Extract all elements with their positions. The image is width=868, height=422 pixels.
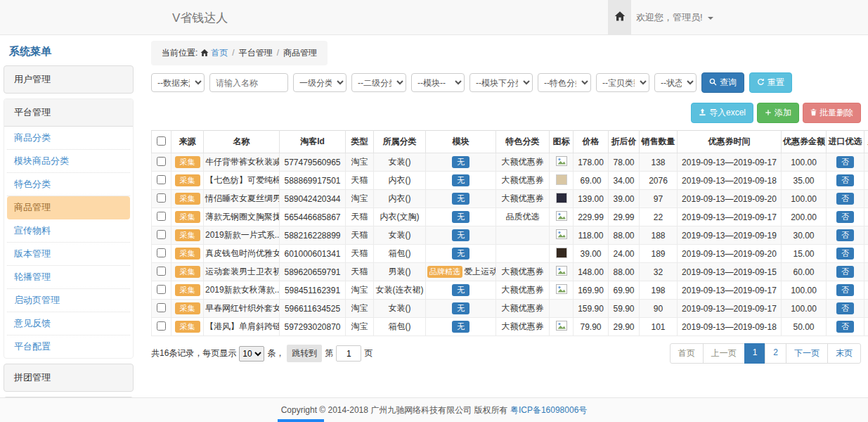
sidebar-item-轮播管理[interactable]: 轮播管理 [7,266,130,289]
icon-cell [550,281,574,300]
import-select-toggle[interactable]: 否 [836,193,854,205]
sidebar-group-2[interactable]: 拼团管理 [4,364,134,392]
page-button-下一页[interactable]: 下一页 [786,343,828,364]
row-checkbox[interactable] [157,230,166,239]
reset-button[interactable]: 重置 [749,72,792,93]
sidebar-group-0[interactable]: 用户管理 [4,65,134,94]
layout: 系统菜单 用户管理平台管理商品分类模块商品分类特色分类商品管理宣传物料版本管理轮… [0,35,868,422]
filter-module-select[interactable]: --模块-- [411,73,465,92]
row-checkbox-cell [152,172,171,190]
per-page-suffix: 条， [267,347,284,359]
module-none-badge: 无 [452,321,469,333]
feature-cell: 大额优惠券 [496,190,550,208]
breadcrumb-home-link[interactable]: 首页 [211,48,228,58]
sidebar-item-意见反馈[interactable]: 意见反馈 [7,312,130,335]
must-buy-cell: 否 [864,190,868,208]
import-select-toggle[interactable]: 否 [836,302,854,314]
page-button-末页[interactable]: 末页 [827,343,861,364]
price-cell: 178.00 [574,153,609,172]
row-checkbox[interactable] [157,267,166,276]
name-search-input[interactable] [209,73,288,92]
import-select-cell: 否 [827,281,864,300]
sidebar-group-1[interactable]: 平台管理 [4,99,133,127]
row-checkbox[interactable] [157,285,166,294]
user-dropdown[interactable]: 欢迎您，管理员! [636,11,713,24]
import-select-toggle[interactable]: 否 [836,266,854,278]
row-checkbox-cell [152,245,171,263]
coupon-time-cell: 2019-09-13—2019-09-17 [678,300,782,318]
taoke-id-cell: 565446685867 [280,208,346,226]
import-select-toggle[interactable]: 否 [836,174,854,186]
sidebar-item-模块商品分类[interactable]: 模块商品分类 [7,150,130,173]
sidebar-item-平台配置[interactable]: 平台配置 [7,335,130,358]
filter-status-select[interactable]: --状态-- [654,73,697,92]
filter-item-type-select[interactable]: --宝贝类型-- [596,73,649,92]
sidebar-item-启动页管理[interactable]: 启动页管理 [7,289,130,312]
sidebar-groups: 用户管理平台管理商品分类模块商品分类特色分类商品管理宣传物料版本管理轮播管理启动… [4,65,134,422]
module-none-badge: 无 [452,174,469,186]
icp-link[interactable]: 粤ICP备16098006号 [510,404,587,416]
per-page-select[interactable]: 10 [239,346,264,362]
coupon-amount-cell: 100.00 [782,190,827,208]
category-cell: 内衣() [374,172,426,190]
filter-level2-category-select[interactable]: --二级分类-- [351,73,406,92]
row-checkbox-cell [152,190,171,208]
source-badge: 采集 [175,174,200,186]
filter-level1-category-select[interactable]: 一级分类 [293,73,346,92]
reset-button-label: 重置 [767,77,784,89]
row-checkbox[interactable] [157,303,166,312]
add-button[interactable]: 添加 [757,103,799,123]
sidebar-item-版本管理[interactable]: 版本管理 [7,243,130,266]
import-select-toggle[interactable]: 否 [836,321,854,333]
footer: Copyright © 2014-2018 广州九驰网络科技有限公司 版权所有 … [0,397,868,422]
coupon-time-cell: 2019-09-13—2019-09-20 [678,245,782,263]
sales-cell: 90 [640,300,678,318]
filter-data-source-select[interactable]: --数据来源-- [151,73,205,92]
filter-module-sub-select[interactable]: --模块下分类-- [469,73,533,92]
row-checkbox[interactable] [157,248,166,257]
page-button-2[interactable]: 2 [765,343,786,364]
page-button-1[interactable]: 1 [744,343,766,364]
row-checkbox[interactable] [157,157,166,166]
row-checkbox[interactable] [157,212,166,221]
product-image-placeholder [556,286,567,296]
sidebar-item-宣传物料[interactable]: 宣传物料 [7,219,130,243]
icon-cell [550,245,574,263]
must-buy-cell: 否 [864,226,868,245]
sidebar-item-特色分类[interactable]: 特色分类 [7,173,130,196]
product-thumbnail [556,248,567,258]
import-select-toggle[interactable]: 否 [836,211,854,223]
import-select-toggle[interactable]: 否 [836,284,854,296]
product-image-placeholder [556,268,567,278]
sidebar-item-商品管理[interactable]: 商品管理 [7,196,130,219]
import-select-toggle[interactable]: 否 [836,156,854,168]
taoke-id-cell: 601000601341 [280,245,346,263]
must-buy-cell: 否 [864,172,868,190]
icon-cell [550,226,574,245]
navbar-home-button[interactable] [608,0,631,34]
search-button[interactable]: 查询 [701,72,744,93]
feature-cell: 大额优惠券 [496,153,550,172]
welcome-text: 欢迎您，管理员! [636,12,703,23]
import-select-toggle[interactable]: 否 [836,248,854,260]
filter-feature-select[interactable]: --特色分类-- [538,73,591,92]
page-button-上一页: 上一页 [703,343,745,364]
row-checkbox[interactable] [157,193,166,203]
type-cell: 淘宝 [346,318,374,336]
import-excel-button[interactable]: 导入excel [691,103,753,123]
type-cell: 天猫 [346,172,374,190]
row-checkbox[interactable] [157,321,166,331]
page-number-input[interactable] [336,345,361,362]
batch-delete-button[interactable]: 批量删除 [803,103,861,123]
source-cell: 采集 [171,318,204,336]
coupon-time-cell: 2019-09-13—2019-09-17 [678,153,782,172]
jump-button[interactable]: 跳转到 [287,345,322,362]
sidebar-item-商品分类[interactable]: 商品分类 [7,127,130,150]
top-navbar: V省钱达人 欢迎您，管理员! [0,0,868,35]
source-cell: 采集 [171,263,204,281]
category-cell: 箱包() [374,318,426,336]
row-checkbox[interactable] [157,175,166,184]
import-select-toggle[interactable]: 否 [836,229,854,241]
select-all-checkbox[interactable] [157,136,166,146]
name-cell: 情侣睡衣女夏丝绸男士... [204,190,280,208]
